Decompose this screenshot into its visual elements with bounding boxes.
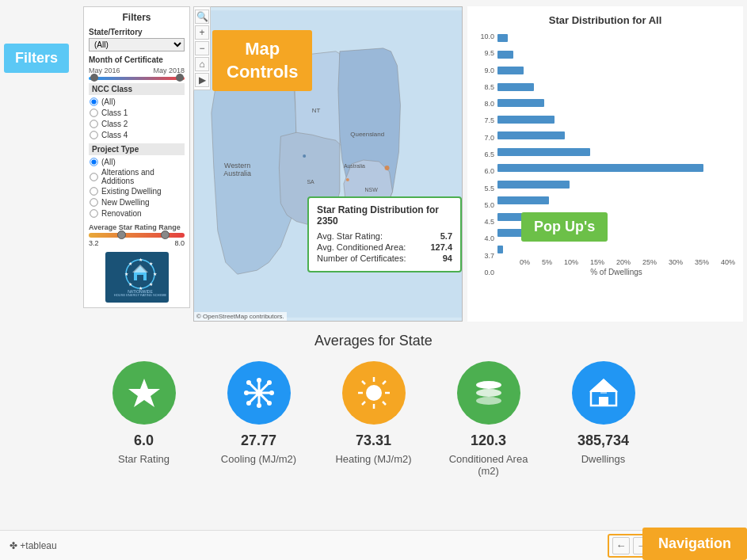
navigation-label: Navigation [642, 528, 747, 560]
averages-row: 6.0Star Rating 27.77Cooling (MJ/m2) 73.3… [0, 361, 747, 477]
month-slider: May 2016 May 2018 [89, 67, 185, 80]
ncc-class4-option[interactable]: Class 4 [89, 130, 185, 140]
svg-line-55 [362, 381, 365, 384]
svg-text:★: ★ [128, 261, 131, 266]
nationwide-house-logo: ★ ★ ★ ★ ★ ★ ★ ★ NATIONWIDE HOU [105, 252, 169, 303]
svg-rect-64 [599, 397, 608, 406]
svg-point-60 [476, 389, 501, 397]
tableau-logo: ✤ +tableau [10, 540, 57, 551]
chart-bar-row [497, 195, 735, 206]
chart-bar [497, 116, 555, 124]
chart-bar [497, 83, 534, 91]
averages-section: Averages for State 6.0Star Rating 27.77C… [0, 326, 747, 485]
nav-button-0[interactable]: ← [612, 537, 630, 554]
chart-bar [497, 229, 524, 237]
chart-y-label: 7.0 [484, 134, 494, 142]
chart-bar-row [497, 147, 735, 158]
chart-x-label: 25% [642, 258, 657, 266]
svg-line-57 [383, 381, 386, 384]
ncc-all-option[interactable]: (All) [89, 97, 185, 107]
avg-item: 73.31Heating (MJ/m2) [330, 361, 417, 477]
chart-x-label: 5% [542, 258, 552, 266]
ncc-class1-option[interactable]: Class 1 [89, 108, 185, 118]
chart-y-axis: 10.09.59.08.58.07.57.06.56.05.55.04.54.0… [475, 32, 497, 276]
chart-bar [497, 51, 513, 59]
proj-alterations-option[interactable]: Alterations and Additions [89, 168, 185, 185]
star-max: 8.0 [174, 239, 185, 247]
svg-point-42 [257, 378, 261, 383]
svg-rect-32 [137, 275, 143, 280]
chart-x-labels: 0%5%10%15%20%25%30%35%40% [497, 258, 735, 266]
chart-y-label: 7.5 [484, 116, 494, 124]
svg-text:Australia: Australia [223, 170, 251, 177]
svg-text:SA: SA [307, 179, 314, 185]
avg-value: 73.31 [356, 432, 391, 449]
project-type-header: Project Type [89, 143, 185, 155]
chart-bar [497, 181, 570, 189]
popup-avg-star-row: Avg. Star Rating: 5.7 [317, 231, 452, 241]
popup-box: Star Rating Distribution for 2350 Avg. S… [307, 196, 462, 272]
proj-existing-option[interactable]: Existing Dwelling [89, 186, 185, 196]
popup-label: Pop Up's [521, 212, 608, 242]
svg-point-46 [246, 380, 251, 385]
averages-title: Averages for State [0, 333, 747, 349]
svg-point-50 [366, 385, 382, 401]
chart-title-text: Star Distribution [549, 14, 632, 26]
chart-x-label: 20% [616, 258, 631, 266]
svg-line-56 [383, 402, 386, 405]
chart-bar [497, 148, 590, 156]
chart-x-label: 35% [695, 258, 709, 266]
chart-y-label: 10.0 [480, 32, 494, 40]
map-controls-label: MapControls [212, 30, 312, 91]
chart-x-label: 15% [590, 258, 604, 266]
svg-point-48 [267, 380, 272, 385]
popup-certificates-value: 94 [443, 253, 452, 263]
month-slider-left-thumb[interactable] [90, 74, 98, 82]
avg-label: Star Rating [118, 453, 170, 465]
svg-point-61 [476, 397, 501, 405]
chart-y-label: 5.5 [484, 185, 494, 192]
map-credit: © OpenStreetMap contributors. [194, 312, 287, 321]
star-range-bar[interactable] [89, 233, 185, 238]
proj-renovation-option[interactable]: Renovation [89, 208, 185, 219]
map-search-btn[interactable]: 🔍 [195, 10, 209, 24]
svg-text:NSW: NSW [365, 187, 379, 192]
avg-label: Conditioned Area (m2) [445, 453, 532, 477]
month-slider-right-thumb[interactable] [176, 74, 184, 82]
avg-item: 120.3Conditioned Area (m2) [445, 361, 532, 477]
month-slider-track[interactable] [89, 77, 185, 80]
chart-bar-row [497, 179, 735, 190]
map-zoom-out-btn[interactable]: − [195, 41, 209, 55]
chart-x-title: % of Dwellings [497, 268, 735, 276]
avg-star-label: Average Star Rating Range [89, 223, 185, 231]
proj-new-option[interactable]: New Dwelling [89, 197, 185, 208]
popup-certificates-label: Number of Certificates: [317, 253, 406, 263]
avg-value: 27.77 [241, 432, 276, 449]
star-thumb-left[interactable] [117, 230, 126, 239]
ncc-class2-option[interactable]: Class 2 [89, 119, 185, 129]
svg-point-47 [267, 401, 272, 406]
chart-y-label: 6.0 [484, 167, 494, 175]
svg-text:★: ★ [152, 272, 156, 276]
chart-bar-row [497, 49, 735, 60]
svg-rect-65 [600, 387, 607, 394]
star-min: 3.2 [89, 239, 99, 247]
map-expand-btn[interactable]: ▶ [195, 73, 209, 87]
map-home-btn[interactable]: ⌂ [195, 57, 209, 71]
chart-y-label: 9.0 [484, 67, 494, 74]
chart-bar-row [497, 162, 735, 173]
chart-bar [497, 246, 503, 253]
map-zoom-in-btn[interactable]: + [195, 25, 209, 40]
avg-label: Cooling (MJ/m2) [221, 453, 296, 465]
chart-y-label: 8.0 [484, 100, 494, 108]
proj-all-option[interactable]: (All) [89, 157, 185, 167]
ncc-class-group: (All) Class 1 Class 2 Class 4 [89, 97, 185, 140]
chart-bar-row [497, 244, 735, 255]
chart-x-label: 0% [520, 258, 530, 266]
chart-y-label: 9.5 [484, 49, 494, 57]
svg-point-20 [303, 154, 306, 158]
state-territory-select[interactable]: (All) [89, 38, 185, 51]
star-thumb-right[interactable] [161, 230, 170, 239]
svg-text:HOUSE ENERGY RATING SCHEME: HOUSE ENERGY RATING SCHEME [113, 293, 166, 296]
svg-marker-36 [128, 379, 160, 407]
